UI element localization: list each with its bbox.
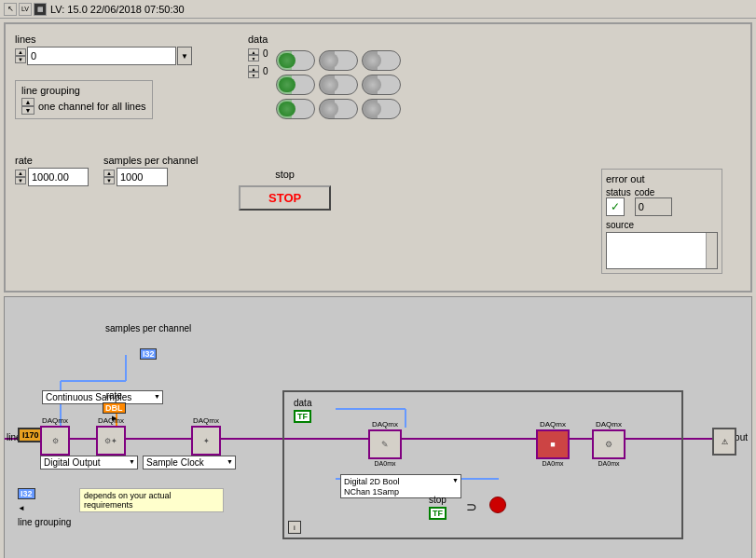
stop-tf-box: TF bbox=[429, 507, 447, 520]
sample-clock-group: Sample Clock bbox=[143, 456, 236, 470]
lines-spin-up[interactable]: ▲ bbox=[15, 48, 26, 56]
samples-spin-up[interactable]: ▲ bbox=[103, 170, 115, 177]
source-scrollbar[interactable] bbox=[706, 233, 717, 268]
samples-input[interactable] bbox=[117, 168, 168, 186]
loop-index-icon: i bbox=[288, 521, 301, 534]
comment-text: depends on your actual requirements bbox=[84, 491, 172, 510]
daqmx-write-icon: ✎ bbox=[381, 440, 389, 449]
line-grouping-bd-group: I32 ◄ bbox=[18, 488, 35, 512]
led-3-1[interactable] bbox=[276, 99, 315, 119]
error-out-section: error out status ✓ code source bbox=[601, 169, 722, 274]
status-indicator: ✓ bbox=[606, 197, 625, 216]
daqmx-label-1: DAQmx bbox=[42, 416, 68, 425]
dbl-indicator: DBL bbox=[103, 402, 126, 414]
led-3-2[interactable] bbox=[319, 99, 358, 119]
daqmx-write-box[interactable]: ✎ bbox=[368, 429, 402, 459]
grouping-spinners: ▲ ▼ bbox=[21, 98, 34, 115]
lines-dropdown[interactable]: ▲ ▼ ▼ bbox=[15, 47, 192, 65]
status-label: status bbox=[606, 187, 631, 197]
led-2-1[interactable] bbox=[276, 75, 315, 95]
data-val1: 0 bbox=[263, 48, 268, 59]
stop-button[interactable]: STOP bbox=[239, 185, 331, 211]
led-1-1[interactable] bbox=[276, 50, 315, 71]
led-2-2[interactable] bbox=[319, 75, 358, 95]
i32-indicator: I32 bbox=[140, 348, 158, 360]
lines-section: lines ▲ ▼ ▼ bbox=[15, 34, 192, 65]
grouping-spin-down[interactable]: ▼ bbox=[21, 106, 34, 115]
daqmx-write-label: DAQmx bbox=[372, 420, 398, 429]
front-panel: lines ▲ ▼ ▼ line grouping ▲ ▼ one channe… bbox=[4, 22, 752, 293]
rate-label: rate bbox=[15, 155, 89, 166]
stop-section: stop STOP bbox=[239, 169, 331, 211]
daqmx-clear-box[interactable]: ⚙ bbox=[592, 429, 625, 459]
daqmx-box-1[interactable]: ⚙ bbox=[40, 426, 70, 456]
data-spin1-up[interactable]: ▲ bbox=[248, 48, 259, 55]
daqmx-stop-sub: DA0mx bbox=[543, 460, 564, 467]
data-spin2-up[interactable]: ▲ bbox=[248, 65, 259, 72]
rate-bd-label: rate bbox=[106, 390, 122, 401]
samples-per-channel-label: samples per channel bbox=[105, 323, 191, 333]
daqmx-stop-label: DAQmx bbox=[540, 420, 566, 429]
lv-icon: LV bbox=[19, 3, 32, 16]
or-gate: ⊃ bbox=[466, 499, 477, 514]
error-out-terminal: ⚠ bbox=[712, 428, 736, 456]
error-out-label: error out bbox=[606, 173, 718, 184]
stop-label: stop bbox=[275, 169, 295, 180]
daqmx-stop-node: DAQmx ■ DA0mx bbox=[536, 420, 570, 467]
lines-input[interactable] bbox=[27, 47, 176, 65]
grouping-spin-up[interactable]: ▲ bbox=[21, 98, 34, 106]
line-grouping-inner: ▲ ▼ one channel for all lines bbox=[21, 98, 146, 115]
led-1-2[interactable] bbox=[319, 50, 358, 71]
grid-icon: ▦ bbox=[34, 3, 47, 16]
samples-per-channel-bd: samples per channel I32 bbox=[105, 323, 191, 360]
arrow-left: ◄ bbox=[18, 504, 25, 512]
data-spin1-down[interactable]: ▼ bbox=[248, 55, 259, 61]
title-icons: ↖ LV ▦ bbox=[4, 3, 47, 16]
stop-indicator bbox=[489, 497, 506, 513]
error-out-icon: ⚠ bbox=[722, 438, 728, 446]
status-group: status ✓ bbox=[606, 187, 631, 216]
led-2-3[interactable] bbox=[362, 75, 401, 95]
digital-output-dropdown[interactable]: Digital Output bbox=[40, 456, 138, 470]
daqmx-clear-label: DAQmx bbox=[596, 420, 622, 429]
lines-dropdown-arrow[interactable]: ▼ bbox=[177, 47, 192, 65]
code-group: code bbox=[635, 187, 672, 216]
rate-spin-up[interactable]: ▲ bbox=[15, 170, 26, 177]
rate-spin-down[interactable]: ▼ bbox=[15, 177, 26, 184]
daqmx-box-2[interactable]: ⚙✦ bbox=[96, 426, 126, 456]
line-grouping-section: line grouping ▲ ▼ one channel for all li… bbox=[15, 80, 153, 119]
data-spin2-down[interactable]: ▼ bbox=[248, 72, 259, 78]
daqmx-icon-1: ⚙ bbox=[52, 437, 59, 445]
samples-group: samples per channel ▲ ▼ bbox=[103, 155, 199, 186]
block-diagram: samples per channel I32 Continuous Sampl… bbox=[4, 296, 752, 558]
data-numbers: 0 0 bbox=[263, 47, 268, 76]
sample-clock-dropdown[interactable]: Sample Clock bbox=[143, 456, 236, 470]
code-input[interactable] bbox=[635, 197, 672, 216]
lines-spin-down[interactable]: ▼ bbox=[15, 56, 26, 63]
line-grouping-label: line grouping bbox=[21, 85, 146, 96]
daqmx-label-3: DAQmx bbox=[193, 416, 219, 425]
daqmx-icon-2: ⚙✦ bbox=[104, 437, 117, 445]
daqmx-write-sub: DA0mx bbox=[375, 460, 396, 467]
rate-control: ▲ ▼ bbox=[15, 168, 89, 186]
daqmx-write-node: DAQmx ✎ DA0mx bbox=[368, 420, 402, 467]
line-grouping-value: one channel for all lines bbox=[38, 101, 146, 112]
line-grouping-i32: I32 bbox=[18, 488, 35, 499]
data-val2: 0 bbox=[263, 66, 268, 76]
arrow-icon: ↖ bbox=[4, 3, 17, 16]
led-1-3[interactable] bbox=[362, 50, 401, 71]
line-grouping-bd-label: line grouping bbox=[18, 516, 71, 527]
daqmx-clear-node: DAQmx ⚙ DA0mx bbox=[592, 420, 625, 467]
code-label: code bbox=[635, 187, 672, 197]
rate-input[interactable] bbox=[28, 168, 89, 186]
daqmx-box-3[interactable]: ✦ bbox=[191, 426, 221, 456]
stop-loop-group: stop TF bbox=[429, 495, 447, 520]
line-grouping-label-bd: line grouping bbox=[18, 517, 71, 527]
daqmx-stop-box[interactable]: ■ bbox=[536, 429, 570, 459]
daqmx-icon-3: ✦ bbox=[203, 437, 210, 445]
samples-label: samples per channel bbox=[103, 155, 199, 166]
samples-spin-down[interactable]: ▼ bbox=[103, 177, 115, 184]
led-3-3[interactable] bbox=[362, 99, 401, 119]
error-out-box: ⚠ bbox=[712, 428, 736, 456]
samples-control: ▲ ▼ bbox=[103, 168, 199, 186]
